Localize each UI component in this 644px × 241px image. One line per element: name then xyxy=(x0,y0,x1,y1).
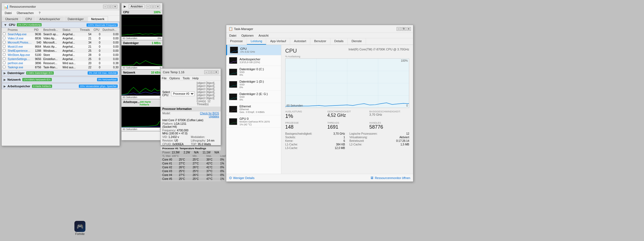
cpumonitor-controls[interactable]: − □ ✕ xyxy=(146,5,160,9)
table-row[interactable]: MusicUI.exe 8664 Music Ap... Angehal... … xyxy=(2,45,120,49)
sidebar-icon-2 xyxy=(229,69,237,75)
proc-checkbox[interactable] xyxy=(3,49,6,52)
sidebar-icon-1 xyxy=(229,57,237,64)
tm-sidebar-item-arbeitsspeicher[interactable]: Arbeitsspeicher 3,5/15,9 GB (22%) xyxy=(226,55,281,66)
proc-name: WinStore.App.exe xyxy=(7,53,33,57)
tm-stat-auslastung: Auslastung 1% xyxy=(285,110,325,119)
cpu-monitor-window: ▶ Ansichten − □ ✕ CPU 100% 60 xyxy=(121,3,163,140)
netzwerk-section[interactable]: ▶ Netzwerk 174 KBit/s Netzwerk-E/A 0% Ne… xyxy=(2,77,120,83)
ct-core-min-2: 26°C xyxy=(193,166,206,169)
tab-ubersicht[interactable]: Übersicht xyxy=(2,16,21,21)
ct-platform-row: Platform: LGA 1151 (Socket H4) xyxy=(161,122,221,129)
ct-core-row-0: Core #0 25°C 25°C 39°C 0% xyxy=(161,158,221,162)
tm-tab-prozesse[interactable]: Prozesse xyxy=(226,38,247,45)
proc-desc: Video Ap... xyxy=(42,36,61,40)
datentraeger-section[interactable]: ▶ Datenträger 0 kB/s Datenträger-E/A 0% … xyxy=(2,70,120,76)
proc-pid: 8836 xyxy=(33,36,42,40)
tm-sidebar-item-datentrger2eg[interactable]: Datenträger 2 (E: G:) SSD 0% xyxy=(226,91,281,103)
ct-menu-file[interactable]: File xyxy=(162,77,167,80)
tab-netzwerk[interactable]: Netzwerk xyxy=(88,16,108,21)
coretemp-minimize[interactable]: − xyxy=(204,70,209,74)
ansichten-button[interactable]: Ansichten xyxy=(129,4,145,9)
proc-checkbox[interactable] xyxy=(3,33,6,35)
tm-cpu-chart: 100% 60 Sekunden 0 xyxy=(285,58,409,108)
tm-fewer-details-btn[interactable]: ⊙ Weniger Details xyxy=(229,176,254,180)
tm-menu-optionen[interactable]: Optionen xyxy=(241,34,255,37)
tm-sidebar-item-cpu[interactable]: CPU 1% 4,52 GHz xyxy=(226,45,281,55)
tm-tab-app-verlauf[interactable]: App-Verlauf xyxy=(266,38,290,45)
tm-menu-ansicht[interactable]: Ansicht xyxy=(258,34,269,37)
close-button[interactable]: ✕ xyxy=(113,5,117,9)
tm-cpu-header: CPU Intel(R) Core(TM) i7-8700K CPU @ 3.7… xyxy=(285,48,409,54)
table-row[interactable]: ShellExperienceHost.exe 1288 Windows... … xyxy=(2,49,120,53)
ct-select-row: Select CPU: Processor #0 [object Object]… xyxy=(161,81,221,107)
maximize-button[interactable]: □ xyxy=(108,5,112,9)
sidebar-name-4: Datenträger 2 (E: G:) xyxy=(239,92,278,96)
sidebar-sub-0: 1% 4,52 GHz xyxy=(240,50,278,53)
tm-sidebar-item-datentrger1d[interactable]: Datenträger 1 (D:) SSD 0% xyxy=(226,78,281,91)
tm-tab-autostart[interactable]: Autostart xyxy=(290,38,310,45)
proc-checkbox[interactable] xyxy=(3,57,6,60)
tm-sidebar-item-datentrger0c[interactable]: Datenträger 0 (C:) SSD 0% xyxy=(226,66,281,78)
tm-controls[interactable]: − ⧉ ✕ xyxy=(397,27,411,31)
proc-checkbox[interactable] xyxy=(3,45,6,48)
table-row[interactable]: SystemSettings.exe 9656 Einstellun... An… xyxy=(2,57,120,61)
table-row[interactable]: WinStore.App.exe 5100 Store Angehal... 2… xyxy=(2,53,120,57)
tm-tab-details[interactable]: Details xyxy=(330,38,348,45)
proc-checkbox[interactable] xyxy=(3,37,6,39)
table-row[interactable]: Taskmgr.exe 8756 Task-Man... Wird aus...… xyxy=(2,65,120,69)
tm-minimize[interactable]: − xyxy=(397,27,401,31)
arbeitsspeicher-badge2: 20% Verwendeter phys. Speicher xyxy=(79,85,118,88)
menu-uberwachen[interactable]: Überwachen xyxy=(16,11,35,15)
sidebar-sub2-4: 0% xyxy=(239,98,278,101)
col-threads: Threads xyxy=(79,28,92,32)
tm-close[interactable]: ✕ xyxy=(406,27,411,31)
sidebar-sub2-2: 0% xyxy=(239,74,278,76)
tm-tabbar: Prozesse Leistung App-Verlauf Autostart … xyxy=(226,38,413,45)
tab-datentrager[interactable]: Datenträger xyxy=(64,16,87,21)
coretemp-close[interactable]: ✕ xyxy=(214,70,219,74)
cpumonitor-titlebar: ▶ Ansichten − □ ✕ xyxy=(122,3,162,10)
coretemp-maximize[interactable]: □ xyxy=(209,70,214,74)
proc-checkbox[interactable] xyxy=(3,61,6,64)
tm-open-monitor-btn[interactable]: 🖥 Ressourcenmonitor öffnen xyxy=(370,176,410,180)
dt-chart-bottom: 60 Sekunden 0 xyxy=(122,66,162,69)
table-row[interactable]: SearchApp.exe 9636 Search ap... Angehal.… xyxy=(2,32,120,36)
cpu-section-header[interactable]: ▼ CPU 1% CPU-Auslastung 120% Maximale Fr… xyxy=(2,22,120,28)
cpumonitor-maximize[interactable]: □ xyxy=(151,5,155,9)
table-row[interactable]: perfmon.exe 3896 Ressourc... Wird aus...… xyxy=(2,61,120,65)
ct-menu-help[interactable]: Help xyxy=(192,77,199,80)
table-row[interactable]: Microsoft.Photos.exe 540 Microsoft... An… xyxy=(2,40,120,45)
fortnite-icon[interactable]: 🎮 Fortnite xyxy=(74,221,85,235)
tab-cpu[interactable]: CPU xyxy=(22,16,35,21)
tm-menu-datei[interactable]: Datei xyxy=(228,34,237,37)
tm-sidebar-item-gpu0[interactable]: GPU 0 NVIDIA GeForce RTX 2070 1% (42 °C) xyxy=(226,115,281,128)
tm-restore[interactable]: ⧉ xyxy=(402,27,406,31)
tm-sidebar-item-ethernet[interactable]: Ethernet Ethernet Ges.: 0 Empf.: 0 KBit/… xyxy=(226,103,281,115)
proc-checkbox[interactable] xyxy=(3,66,6,68)
menu-help[interactable]: ? xyxy=(38,11,41,15)
ct-bios-link[interactable]: Check for BIOS Updates xyxy=(191,112,219,118)
proc-checkbox[interactable] xyxy=(3,41,6,44)
coretemp-controls[interactable]: − □ ✕ xyxy=(204,70,219,74)
proc-avg: 0.00 xyxy=(101,45,120,49)
ct-menu-options[interactable]: Options xyxy=(169,77,180,80)
menu-datei[interactable]: Datei xyxy=(4,11,13,15)
tm-tab-leistung[interactable]: Leistung xyxy=(247,38,266,45)
minimize-button[interactable]: − xyxy=(103,5,107,9)
tm-content: CPU 1% 4,52 GHz Arbeitsspeicher 3,5/15,9… xyxy=(226,45,413,174)
arbeitsspeicher-section[interactable]: ▶ Arbeitsspeicher 0 Harte Fehler/s 20% V… xyxy=(2,83,120,89)
table-row[interactable]: Video.UI.exe 8836 Video Ap... Angehal...… xyxy=(2,36,120,40)
proc-checkbox[interactable] xyxy=(3,53,6,56)
ct-processor-select[interactable]: Processor #0 xyxy=(171,91,195,96)
tm-tab-dienste[interactable]: Dienste xyxy=(348,38,366,45)
ressourcen-controls[interactable]: − □ ✕ xyxy=(103,5,117,9)
tm-tab-benutzer[interactable]: Benutzer xyxy=(310,38,330,45)
proc-cpu: 0 xyxy=(93,65,102,69)
sidebar-sub2-6: 1% (42 °C) xyxy=(239,123,278,126)
proc-threads: 54 xyxy=(79,32,92,36)
tab-arbeitsspeicher[interactable]: Arbeitsspeicher xyxy=(36,16,64,21)
cpumonitor-minimize[interactable]: − xyxy=(146,5,150,9)
cpumonitor-close[interactable]: ✕ xyxy=(156,5,160,9)
ct-menu-tools[interactable]: Tools xyxy=(183,77,190,80)
